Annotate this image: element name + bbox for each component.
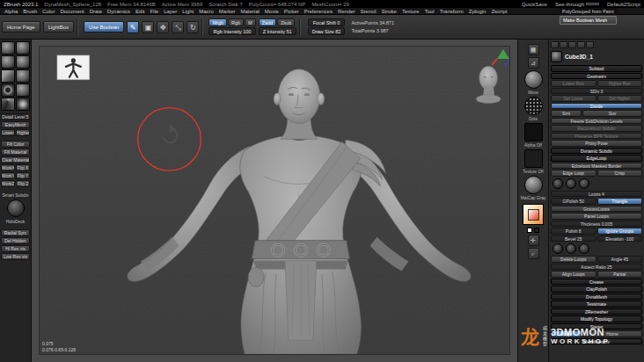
stager[interactable]: Stager (551, 323, 642, 330)
menu-dynamics[interactable]: Dynamics (107, 9, 130, 14)
suv[interactable]: Suv (582, 110, 642, 117)
axis-gizmo[interactable] (492, 49, 509, 66)
crease[interactable]: Crease (551, 279, 642, 286)
scale-icon[interactable] (172, 21, 184, 33)
workz[interactable]: WorkZ (1, 180, 15, 187)
reconstruct-subdiv[interactable]: Reconstruct Subdiv (551, 125, 642, 132)
gpolish-50[interactable]: GPolish 50 (551, 198, 596, 205)
radial-sym[interactable]: Radial Sym (1, 229, 30, 236)
primitive-thumbnail-sphere[interactable] (16, 69, 30, 83)
modify-topology[interactable]: Modify Topology (551, 315, 642, 322)
profile-curve-knob[interactable] (553, 178, 563, 189)
perspective-icon[interactable] (528, 57, 539, 69)
preserve-bpr-texture[interactable]: Preserve BPR Texture (551, 133, 642, 140)
profile-curve-knob[interactable] (553, 243, 563, 254)
zoom-icon[interactable] (528, 248, 539, 259)
bevel-25[interactable]: Bevel 25 (551, 235, 596, 243)
m-toggle[interactable]: M (245, 18, 256, 26)
fill-color[interactable]: Fill Color (1, 141, 30, 148)
quicksave-button[interactable]: QuickSave (522, 2, 547, 7)
rotate-icon[interactable] (187, 21, 199, 33)
menu-movie[interactable]: Movie (265, 9, 279, 14)
scroll-icon[interactable] (528, 235, 539, 246)
material-thumbnail[interactable] (524, 176, 543, 194)
tessimate[interactable]: Tessimate (551, 300, 642, 308)
meshintegrity[interactable]: MeshIntegrity (551, 338, 642, 345)
current-brush-thumbnail[interactable] (524, 70, 543, 89)
see-through-groove[interactable] (586, 3, 599, 5)
menu-marker[interactable]: Marker (219, 9, 236, 14)
bpr-render-icon[interactable] (528, 44, 539, 55)
stage[interactable]: Stage (551, 330, 582, 337)
elevation-100[interactable]: Elevation -100 (597, 235, 643, 243)
zadd-toggle[interactable]: Zadd (259, 18, 277, 26)
dynamesh[interactable]: DynaMesh (551, 293, 642, 300)
see-through-slider[interactable]: See-through (555, 2, 599, 7)
menu-edit[interactable]: Edit (135, 9, 144, 14)
subtool[interactable]: Subtool (551, 65, 642, 72)
detail-level-5[interactable]: Detail Level 5 (1, 113, 30, 120)
primitive-thumbnail-sphere[interactable] (16, 41, 30, 54)
menu-alpha[interactable]: Alpha (4, 9, 18, 14)
color-picker[interactable] (523, 204, 544, 225)
menu-material[interactable]: Material (241, 9, 260, 14)
active-tool-thumbnail[interactable] (551, 51, 562, 62)
proxy-pose[interactable]: Proxy Pose (551, 140, 642, 147)
secondary-color-swatch[interactable] (534, 228, 539, 233)
ignore-groups[interactable]: Ignore Groups (597, 228, 643, 235)
claypolish[interactable]: ClayPolish (551, 286, 642, 293)
geometry[interactable]: Geometry (551, 73, 642, 80)
z-intensity-slider[interactable]: Z Intensity 51 (259, 27, 296, 35)
loops-4[interactable]: Loops 4 (551, 191, 642, 198)
smt[interactable]: Smt (551, 110, 582, 117)
thickness-0-005[interactable]: Thickness 0.005 (551, 221, 642, 228)
primitive-thumbnail-ring[interactable] (1, 83, 15, 97)
menu-transform[interactable]: Transform (440, 9, 464, 14)
angle-45[interactable]: Angle 45 (597, 256, 643, 263)
document-canvas[interactable]: 0.075 0.076-0.65-0.128 (39, 46, 510, 355)
use-boolean-button[interactable]: Use Boolean (84, 21, 124, 33)
color-picker-inner[interactable] (528, 209, 539, 221)
menu-picker[interactable]: Picker (284, 9, 299, 14)
groupsloops[interactable]: GroupsLoops (551, 206, 642, 213)
flip-x[interactable]: Flip X (16, 164, 30, 171)
menu-color[interactable]: Color (42, 9, 55, 14)
edit-object-icon[interactable] (127, 21, 139, 33)
primitive-thumbnail-star[interactable] (16, 98, 30, 111)
folder-icon[interactable] (551, 41, 559, 48)
menu-stencil[interactable]: Stencil (361, 9, 377, 14)
workx[interactable]: WorkX (1, 164, 15, 171)
home[interactable]: Home (582, 330, 642, 337)
partial[interactable]: Partial (597, 271, 643, 278)
delete-loops[interactable]: Delete Loops (551, 256, 596, 263)
draw-size-slider[interactable]: Draw Size 82 (308, 27, 346, 35)
primitive-thumbnail-sphere[interactable] (1, 41, 15, 54)
default-zscript-button[interactable]: DefaultZScript (607, 2, 640, 7)
freeze-subdivision-levels[interactable]: Freeze SubDivision Levels (551, 118, 642, 125)
primitive-thumbnail-cube[interactable] (1, 69, 15, 83)
zsub-toggle[interactable]: Zsub (277, 18, 295, 26)
draw-pointer-icon[interactable] (142, 21, 154, 33)
divide[interactable]: Divide (551, 103, 642, 110)
profile-curve-knob[interactable] (579, 243, 589, 254)
reference-image[interactable] (57, 55, 90, 80)
lower[interactable]: Lower (1, 129, 15, 136)
edge-loop[interactable]: Edge Loop (551, 170, 596, 177)
polish-8[interactable]: Polish 8 (551, 228, 596, 235)
mrgb-toggle[interactable]: Mrgb (209, 18, 227, 26)
menu-tool[interactable]: Tool (425, 9, 435, 14)
home-page-button[interactable]: Home Page (2, 21, 40, 33)
stroke-thumbnail[interactable] (524, 97, 543, 115)
triangle[interactable]: Triangle (597, 198, 643, 205)
main-color-swatch[interactable] (527, 228, 532, 233)
focal-shift-slider[interactable]: Focal Shift 0 (308, 18, 346, 26)
edgeloop-masked-border[interactable]: Edgeloop Masked Border (551, 163, 642, 170)
worky[interactable]: WorkY (1, 172, 15, 179)
menu-stroke[interactable]: Stroke (382, 9, 397, 14)
menu-document[interactable]: Document (60, 9, 84, 14)
menu-brush[interactable]: Brush (23, 9, 37, 14)
rgb-toggle[interactable]: Rgb (228, 18, 244, 26)
zremesher[interactable]: ZRemesher (551, 308, 642, 315)
eye-icon[interactable] (568, 41, 576, 48)
fill-material[interactable]: Fill Material (1, 148, 30, 156)
